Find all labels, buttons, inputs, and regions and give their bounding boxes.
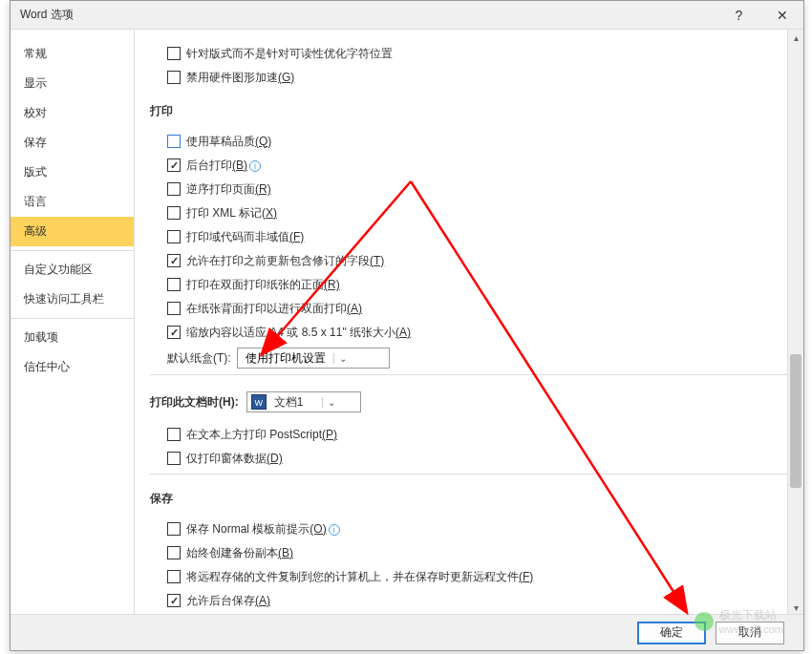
check-label: 逆序打印页面(R) bbox=[186, 181, 271, 198]
check-label: 在纸张背面打印以进行双面打印(A) bbox=[186, 301, 362, 317]
check-label: 使用草稿品质(Q) bbox=[186, 134, 271, 150]
check-duplex-front[interactable]: 打印在双面打印纸张的正面(R) bbox=[167, 275, 784, 294]
checkbox-icon[interactable] bbox=[167, 522, 181, 536]
check-label: 禁用硬件图形加速(G) bbox=[186, 70, 294, 86]
scroll-thumb[interactable] bbox=[790, 354, 801, 488]
checkbox-icon[interactable] bbox=[167, 71, 181, 84]
check-form-data-only[interactable]: 仅打印窗体数据(D) bbox=[167, 449, 784, 468]
checkbox-icon[interactable] bbox=[167, 326, 181, 339]
check-label: 始终创建备份副本(B) bbox=[186, 545, 293, 561]
ok-button[interactable]: 确定 bbox=[637, 622, 706, 644]
checkbox-icon[interactable] bbox=[167, 158, 181, 172]
check-backup-copy[interactable]: 始终创建备份副本(B) bbox=[167, 543, 784, 562]
sidebar-item-layout[interactable]: 版式 bbox=[11, 158, 134, 187]
check-label: 将远程存储的文件复制到您的计算机上，并在保存时更新远程文件(F) bbox=[186, 569, 533, 585]
sidebar-item-quick-access[interactable]: 快速访问工具栏 bbox=[11, 285, 134, 314]
print-doc-dropdown[interactable]: W 文档1 ⌄ bbox=[246, 391, 361, 412]
check-label: 保存 Normal 模板前提示(O)i bbox=[186, 521, 340, 538]
checkbox-icon[interactable] bbox=[167, 135, 181, 148]
checkbox-icon[interactable] bbox=[167, 206, 181, 220]
default-tray-row: 默认纸盒(T): 使用打印机设置 ⌄ bbox=[167, 348, 784, 369]
sidebar-divider bbox=[11, 318, 134, 319]
check-field-codes[interactable]: 打印域代码而非域值(F) bbox=[167, 227, 784, 246]
close-button[interactable]: ✕ bbox=[760, 1, 803, 30]
word-options-dialog: Word 选项 ? ✕ 常规 显示 校对 保存 版式 语言 高级 自定义功能区 … bbox=[10, 0, 804, 651]
checkbox-icon[interactable] bbox=[167, 278, 181, 291]
check-background-save[interactable]: 允许后台保存(A) bbox=[167, 591, 784, 610]
check-update-fields[interactable]: 允许在打印之前更新包含修订的字段(T) bbox=[167, 251, 784, 270]
content-area: 针对版式而不是针对可读性优化字符位置 禁用硬件图形加速(G) 打印 使用草稿品质… bbox=[135, 30, 803, 616]
checkbox-icon[interactable] bbox=[167, 546, 181, 559]
check-copy-remote[interactable]: 将远程存储的文件复制到您的计算机上，并在保存时更新远程文件(F) bbox=[167, 567, 784, 586]
dialog-body: 常规 显示 校对 保存 版式 语言 高级 自定义功能区 快速访问工具栏 加载项 … bbox=[11, 30, 803, 616]
dropdown-value: 文档1 bbox=[270, 394, 318, 411]
check-label: 打印在双面打印纸张的正面(R) bbox=[186, 277, 340, 293]
check-prompt-normal[interactable]: 保存 Normal 模板前提示(O)i bbox=[167, 519, 784, 538]
check-label: 打印 XML 标记(X) bbox=[186, 205, 277, 222]
sidebar: 常规 显示 校对 保存 版式 语言 高级 自定义功能区 快速访问工具栏 加载项 … bbox=[11, 30, 135, 616]
checkbox-icon[interactable] bbox=[167, 452, 181, 465]
check-scale-content[interactable]: 缩放内容以适应 A4 或 8.5 x 11" 纸张大小(A) bbox=[167, 323, 784, 342]
dropdown-value: 使用打印机设置 bbox=[242, 350, 330, 367]
check-postscript-over-text[interactable]: 在文本上方打印 PostScript(P) bbox=[167, 425, 784, 444]
check-label: 后台打印(B)i bbox=[186, 158, 261, 174]
scroll-up-icon[interactable]: ▴ bbox=[788, 30, 803, 46]
sidebar-item-advanced[interactable]: 高级 bbox=[11, 217, 134, 246]
sidebar-item-trust-center[interactable]: 信任中心 bbox=[11, 352, 134, 382]
sidebar-item-customize-ribbon[interactable]: 自定义功能区 bbox=[11, 255, 134, 285]
content-scroll-area[interactable]: 针对版式而不是针对可读性优化字符位置 禁用硬件图形加速(G) 打印 使用草稿品质… bbox=[135, 30, 803, 616]
section-save-header: 保存 bbox=[150, 488, 784, 510]
section-print-header: 打印 bbox=[150, 100, 784, 122]
chevron-down-icon: ⌄ bbox=[333, 353, 353, 364]
word-doc-icon: W bbox=[251, 394, 267, 410]
check-duplex-back[interactable]: 在纸张背面打印以进行双面打印(A) bbox=[167, 299, 784, 318]
sidebar-item-proofing[interactable]: 校对 bbox=[11, 98, 134, 128]
sidebar-item-general[interactable]: 常规 bbox=[11, 39, 134, 69]
check-label: 允许在打印之前更新包含修订的字段(T) bbox=[186, 253, 384, 269]
sidebar-item-language[interactable]: 语言 bbox=[11, 187, 134, 217]
dialog-footer: 确定 取消 bbox=[11, 614, 803, 650]
divider bbox=[150, 374, 798, 375]
dialog-title: Word 选项 bbox=[20, 7, 717, 23]
checkbox-icon[interactable] bbox=[167, 230, 181, 243]
check-optimize-layout[interactable]: 针对版式而不是针对可读性优化字符位置 bbox=[167, 44, 784, 63]
check-label: 允许后台保存(A) bbox=[186, 593, 270, 609]
scrollbar[interactable]: ▴ ▾ bbox=[787, 30, 803, 616]
check-background-print[interactable]: 后台打印(B)i bbox=[167, 156, 784, 175]
sidebar-divider bbox=[11, 250, 134, 251]
section-print-doc-header: 打印此文档时(H): W 文档1 ⌄ bbox=[150, 389, 784, 415]
sidebar-item-save[interactable]: 保存 bbox=[11, 128, 134, 158]
divider bbox=[150, 474, 798, 475]
default-tray-dropdown[interactable]: 使用打印机设置 ⌄ bbox=[237, 348, 390, 369]
chevron-down-icon: ⌄ bbox=[322, 397, 341, 408]
check-label: 针对版式而不是针对可读性优化字符位置 bbox=[186, 46, 393, 62]
check-reverse-order[interactable]: 逆序打印页面(R) bbox=[167, 179, 784, 199]
checkbox-icon[interactable] bbox=[167, 182, 181, 196]
checkbox-icon[interactable] bbox=[167, 254, 181, 267]
check-label: 打印域代码而非域值(F) bbox=[186, 229, 304, 245]
default-tray-label: 默认纸盒(T): bbox=[167, 350, 231, 367]
titlebar: Word 选项 ? ✕ bbox=[11, 1, 803, 30]
check-disable-hw-accel[interactable]: 禁用硬件图形加速(G) bbox=[167, 68, 784, 87]
check-label: 缩放内容以适应 A4 或 8.5 x 11" 纸张大小(A) bbox=[186, 325, 411, 341]
checkbox-icon[interactable] bbox=[167, 302, 181, 315]
checkbox-icon[interactable] bbox=[167, 47, 181, 60]
help-button[interactable]: ? bbox=[717, 1, 760, 30]
checkbox-icon[interactable] bbox=[167, 428, 181, 441]
info-icon[interactable]: i bbox=[329, 524, 340, 536]
checkbox-icon[interactable] bbox=[167, 594, 181, 607]
check-label: 在文本上方打印 PostScript(P) bbox=[186, 427, 337, 443]
cancel-button[interactable]: 取消 bbox=[716, 622, 784, 644]
check-xml-tags[interactable]: 打印 XML 标记(X) bbox=[167, 203, 784, 222]
section-label: 打印此文档时(H): bbox=[150, 394, 239, 411]
checkbox-icon[interactable] bbox=[167, 570, 181, 583]
info-icon[interactable]: i bbox=[249, 160, 261, 172]
check-draft-quality[interactable]: 使用草稿品质(Q) bbox=[167, 132, 784, 151]
check-label: 仅打印窗体数据(D) bbox=[186, 451, 283, 467]
sidebar-item-addins[interactable]: 加载项 bbox=[11, 323, 134, 352]
sidebar-item-display[interactable]: 显示 bbox=[11, 69, 134, 98]
